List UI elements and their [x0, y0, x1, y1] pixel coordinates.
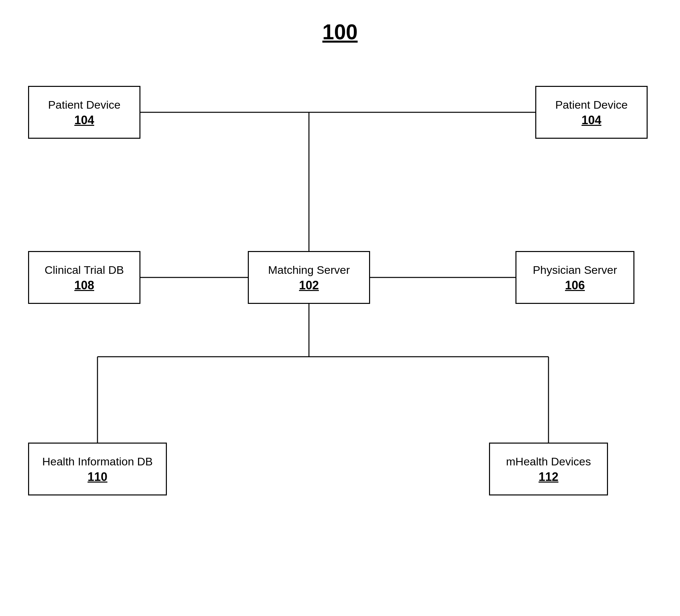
matching-server-id: 102 [299, 278, 319, 292]
clinical-trial-db: Clinical Trial DB 108 [28, 251, 140, 304]
health-info-db-title: Health Information DB [42, 454, 153, 469]
health-info-db: Health Information DB 110 [28, 443, 167, 495]
health-info-db-id: 110 [88, 470, 107, 484]
diagram-title: 100 [322, 20, 358, 44]
clinical-trial-db-id: 108 [74, 278, 94, 292]
mhealth-devices-id: 112 [539, 470, 559, 484]
matching-server-title: Matching Server [268, 263, 350, 277]
physician-server-id: 106 [565, 278, 585, 292]
patient-device-right-title: Patient Device [555, 97, 627, 112]
patient-device-left: Patient Device 104 [28, 86, 140, 139]
physician-server-title: Physician Server [533, 263, 617, 277]
mhealth-devices: mHealth Devices 112 [489, 443, 608, 495]
patient-device-right-id: 104 [582, 113, 601, 127]
clinical-trial-db-title: Clinical Trial DB [45, 263, 124, 277]
patient-device-right: Patient Device 104 [535, 86, 648, 139]
mhealth-devices-title: mHealth Devices [506, 454, 591, 469]
patient-device-left-id: 104 [74, 113, 94, 127]
physician-server: Physician Server 106 [515, 251, 634, 304]
diagram-container: 100 Patient Device 104 Patient Device 10… [0, 0, 680, 616]
matching-server: Matching Server 102 [248, 251, 370, 304]
patient-device-left-title: Patient Device [48, 97, 120, 112]
